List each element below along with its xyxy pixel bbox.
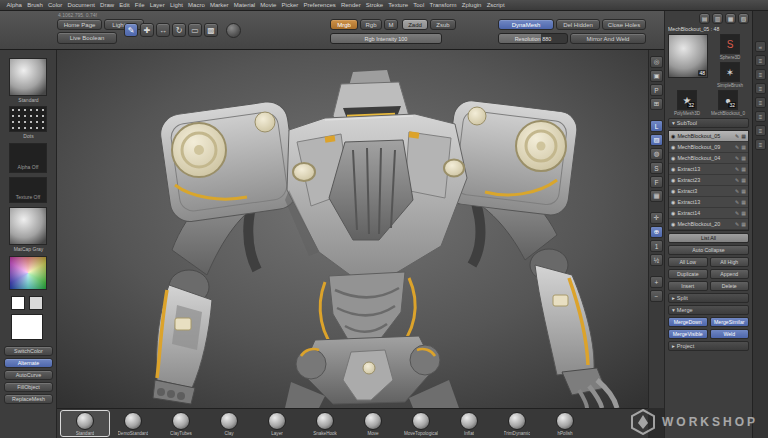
brush-thumbnail[interactable]	[9, 58, 47, 96]
menu-marker[interactable]: Marker	[207, 2, 231, 8]
replacemesh-button[interactable]: ReplaceMesh	[4, 394, 53, 404]
menu-draw[interactable]: Draw	[98, 2, 117, 8]
list-all-button[interactable]: List All	[668, 233, 749, 243]
visibility-eye-icon[interactable]: ◉	[671, 166, 675, 172]
zsub-button[interactable]: Zsub	[430, 19, 456, 30]
mirror-and-weld-button[interactable]: Mirror And Weld	[570, 33, 646, 44]
polymesh-cube-icon[interactable]: ▦	[741, 155, 746, 161]
home-page-button[interactable]: Home Page	[57, 19, 102, 30]
transparency-icon[interactable]: ▨	[650, 134, 663, 146]
alternate-button[interactable]: Alternate	[4, 358, 53, 368]
subtool-item-mechblockout-05[interactable]: ◉MechBlockout_05✎▦	[669, 131, 748, 142]
sculpt-viewport[interactable]	[57, 50, 648, 408]
main-color-swatch[interactable]	[11, 296, 25, 310]
menu-document[interactable]: Document	[65, 2, 98, 8]
visibility-eye-icon[interactable]: ◉	[671, 210, 675, 216]
tool-thumb-polymesh3d[interactable]: ★32PolyMesh3D	[668, 90, 706, 116]
del-hidden-button[interactable]: Del Hidden	[556, 19, 600, 30]
alpha-thumbnail[interactable]: Alpha Off	[9, 143, 47, 173]
visibility-eye-icon[interactable]: ◉	[671, 144, 675, 150]
subtool-item-extract14[interactable]: ◉Extract14✎▦	[669, 208, 748, 219]
draw-pointer-icon[interactable]: ✎	[124, 23, 138, 37]
sculpt-pencil-icon[interactable]: ✎	[735, 177, 739, 183]
menu-material[interactable]: Material	[231, 2, 258, 8]
menu-file[interactable]: File	[132, 2, 147, 8]
switchcolor-button[interactable]: SwitchColor	[4, 346, 53, 356]
sculpt-pencil-icon[interactable]: ✎	[735, 188, 739, 194]
brush-standard[interactable]: Standard	[61, 411, 109, 436]
subtool-item-extract3[interactable]: ◉Extract3✎▦	[669, 186, 748, 197]
menu-picker[interactable]: Picker	[279, 2, 301, 8]
tool-thumb-mechblockout-0[interactable]: ●32MechBlockout_0	[709, 90, 747, 116]
aa-half-icon[interactable]: ½	[650, 254, 663, 266]
tray-slider-4-icon[interactable]: ≡	[755, 97, 766, 108]
active-tool-thumbnail[interactable]: 48	[668, 34, 708, 78]
material-thumbnail[interactable]	[9, 207, 47, 245]
zoom-in-icon[interactable]: +	[650, 276, 663, 288]
polyframe-icon[interactable]: ▦	[650, 190, 663, 202]
tray-slider-1-icon[interactable]: ≡	[755, 55, 766, 66]
polymesh-cube-icon[interactable]: ▦	[741, 133, 746, 139]
persp-icon[interactable]: P	[650, 84, 663, 96]
menu-tool[interactable]: Tool	[411, 2, 427, 8]
dynamesh-button[interactable]: DynaMesh	[498, 19, 554, 30]
brush-move[interactable]: Move	[349, 411, 397, 436]
tray-slider-5-icon[interactable]: ≡	[755, 111, 766, 122]
weld-button[interactable]: Weld	[710, 329, 750, 339]
tray-slider-6-icon[interactable]: ≡	[755, 125, 766, 136]
mergesimilar-button[interactable]: MergeSimilar	[710, 317, 750, 327]
brush-hpolish[interactable]: hPolish	[541, 411, 589, 436]
append-button[interactable]: Append	[710, 269, 750, 279]
sculpt-pencil-icon[interactable]: ✎	[735, 210, 739, 216]
menu-stroke[interactable]: Stroke	[363, 2, 386, 8]
tray-menu-icon[interactable]: ▧	[738, 13, 749, 24]
menu-texture[interactable]: Texture	[386, 2, 411, 8]
current-color-patch[interactable]	[11, 314, 43, 340]
sculpt-pencil-icon[interactable]: ✎	[735, 166, 739, 172]
tray-config-icon[interactable]: ▦	[725, 13, 736, 24]
brush-clay[interactable]: Clay	[205, 411, 253, 436]
frame-icon[interactable]: F	[650, 176, 663, 188]
delete-button[interactable]: Delete	[710, 281, 750, 291]
subtool-header[interactable]: ▾ SubTool	[668, 118, 749, 128]
subtool-item-extract23[interactable]: ◉Extract23✎▦	[669, 175, 748, 186]
menu-zplugin[interactable]: Zplugin	[459, 2, 484, 8]
visibility-eye-icon[interactable]: ◉	[671, 199, 675, 205]
menu-layer[interactable]: Layer	[147, 2, 167, 8]
m-button[interactable]: M	[384, 19, 398, 30]
solo-icon[interactable]: S	[650, 162, 663, 174]
all-low-button[interactable]: All Low	[668, 257, 708, 267]
sculpt-pencil-icon[interactable]: ✎	[735, 133, 739, 139]
bpr-icon[interactable]: ◎	[650, 56, 663, 68]
color-picker[interactable]	[9, 256, 47, 290]
sculpt-pencil-icon[interactable]: ✎	[735, 221, 739, 227]
secondary-color-swatch[interactable]	[29, 296, 43, 310]
menu-render[interactable]: Render	[338, 2, 363, 8]
split-section-header[interactable]: ▸ Split	[668, 293, 749, 303]
move-gyro-icon[interactable]: ✚	[140, 23, 154, 37]
tray-slider-2-icon[interactable]: ≡	[755, 69, 766, 80]
menu-transform[interactable]: Transform	[427, 2, 459, 8]
mergevisible-button[interactable]: MergeVisible	[668, 329, 708, 339]
visibility-eye-icon[interactable]: ◉	[671, 188, 675, 194]
fillobject-button[interactable]: FillObject	[4, 382, 53, 392]
close-holes-button[interactable]: Close Holes	[602, 19, 646, 30]
project-section-header[interactable]: ▸ Project	[668, 341, 749, 351]
subtool-item-extract13[interactable]: ◉Extract13✎▦	[669, 197, 748, 208]
zoom-out-icon[interactable]: −	[650, 290, 663, 302]
brush-inflat[interactable]: Inflat	[445, 411, 493, 436]
duplicate-button[interactable]: Duplicate	[668, 269, 708, 279]
divider-mid-icon[interactable]: ▥	[712, 13, 723, 24]
all-high-button[interactable]: All High	[710, 257, 750, 267]
tool-thumb-simplebrush[interactable]: ✶SimpleBrush	[711, 62, 749, 88]
masking-icon[interactable]: ▩	[204, 23, 218, 37]
brush-claytubes[interactable]: ClayTubes	[157, 411, 205, 436]
actual-size-icon[interactable]: 1	[650, 240, 663, 252]
mergedown-button[interactable]: MergeDown	[668, 317, 708, 327]
auto-collapse-button[interactable]: Auto Collapse	[668, 245, 749, 255]
floor-grid-icon[interactable]: ⊞	[650, 98, 663, 110]
resolution-slider[interactable]: Resolution 880	[498, 33, 568, 44]
menu-light[interactable]: Light	[167, 2, 185, 8]
visibility-eye-icon[interactable]: ◉	[671, 221, 675, 227]
zoom3d-icon[interactable]: ⊕	[650, 226, 663, 238]
